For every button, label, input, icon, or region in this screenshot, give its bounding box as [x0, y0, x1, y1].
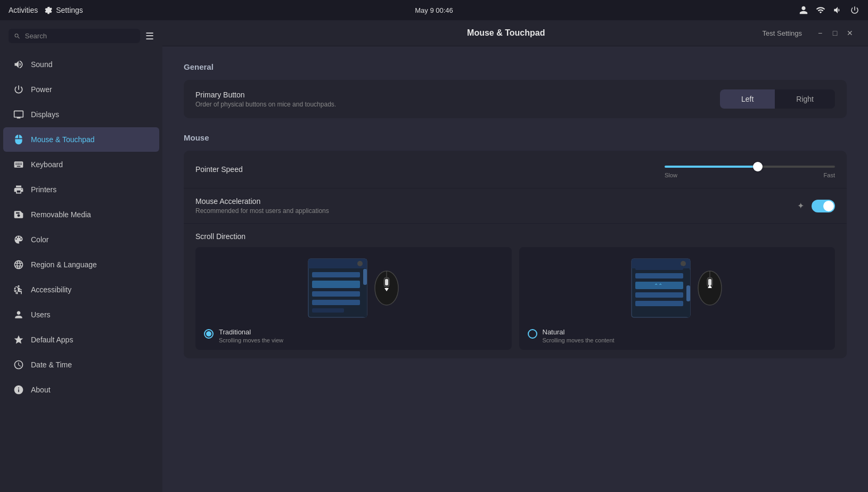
- scroll-direction-label: Scroll Direction: [195, 232, 835, 241]
- users-icon: [13, 309, 24, 321]
- displays-icon: [13, 109, 24, 120]
- search-icon: [14, 32, 21, 40]
- close-button[interactable]: ✕: [845, 28, 855, 38]
- sidebar-item-color[interactable]: Color: [3, 227, 159, 252]
- sidebar-header: ☰: [0, 20, 162, 50]
- natural-option[interactable]: ⌃⌃: [519, 247, 836, 350]
- sidebar-item-users[interactable]: Users: [3, 302, 159, 327]
- svg-rect-14: [385, 279, 388, 285]
- sidebar-item-label-sound: Sound: [31, 60, 52, 69]
- sidebar-item-label-about: About: [31, 386, 51, 394]
- sidebar-item-label-users: Users: [31, 310, 51, 319]
- sidebar-item-power[interactable]: Power: [3, 77, 159, 102]
- sidebar-item-date-time[interactable]: Date & Time: [3, 352, 159, 377]
- natural-label: Natural: [543, 328, 615, 336]
- sidebar-item-default-apps[interactable]: Default Apps: [3, 327, 159, 352]
- sidebar-item-sound[interactable]: Sound: [3, 52, 159, 77]
- sidebar-item-printers[interactable]: Printers: [3, 177, 159, 202]
- window-controls: − □ ✕: [815, 28, 855, 38]
- content-area: Mouse & Touchpad Test Settings − □ ✕ Gen…: [162, 20, 868, 492]
- minimize-button[interactable]: −: [815, 28, 825, 38]
- search-container[interactable]: [9, 29, 140, 43]
- svg-rect-6: [312, 281, 360, 288]
- about-icon: [13, 384, 24, 396]
- datetime-icon: [13, 359, 24, 371]
- svg-rect-23: [635, 292, 683, 298]
- topbar: Activities Settings May 9 00:46: [0, 0, 868, 20]
- sidebar-item-label-region: Region & Language: [31, 260, 97, 269]
- mouse-acceleration-toggle[interactable]: [812, 200, 835, 212]
- topbar-right: [799, 5, 859, 15]
- traditional-radio[interactable]: [204, 329, 214, 339]
- sidebar-nav: Sound Power Displays Mouse & Touchpad: [0, 50, 162, 492]
- scroll-options: Traditional Scrolling moves the view: [195, 247, 835, 350]
- mouse-accel-label: Mouse Acceleration: [195, 197, 797, 206]
- pointer-speed-slider[interactable]: [665, 166, 835, 168]
- mouse-accel-sublabel: Recommended for most users and applicati…: [195, 207, 797, 215]
- sidebar-item-displays[interactable]: Displays: [3, 102, 159, 127]
- natural-radio[interactable]: [528, 329, 537, 339]
- main-layout: ☰ Sound Power Displays: [0, 20, 868, 492]
- svg-point-19: [681, 261, 686, 266]
- gear-icon: [44, 6, 53, 14]
- sidebar-item-accessibility[interactable]: Accessibility: [3, 277, 159, 302]
- sidebar-item-about[interactable]: About: [3, 378, 159, 402]
- primary-button-label: Primary Button: [195, 91, 336, 99]
- traditional-illustration: [202, 253, 505, 323]
- mouse-accel-info: Mouse Acceleration Recommended for most …: [195, 197, 797, 215]
- mouse-acceleration-row: Mouse Acceleration Recommended for most …: [184, 188, 847, 224]
- content-titlebar: Mouse & Touchpad Test Settings − □ ✕: [162, 20, 868, 46]
- sidebar-item-label-default-apps: Default Apps: [31, 335, 73, 344]
- natural-label-group: Natural Scrolling moves the content: [543, 328, 615, 343]
- svg-rect-20: [635, 266, 683, 270]
- svg-rect-30: [708, 279, 711, 285]
- natural-sublabel: Scrolling moves the content: [543, 337, 615, 343]
- sidebar-item-label-color: Color: [31, 235, 48, 244]
- mouse-section-title: Mouse: [184, 133, 847, 142]
- removable-media-icon: [13, 209, 24, 220]
- settings-app-label: Settings: [44, 6, 83, 14]
- search-input[interactable]: [25, 32, 135, 40]
- hamburger-icon[interactable]: ☰: [145, 30, 154, 42]
- page-title: Mouse & Touchpad: [250, 28, 763, 38]
- volume-icon: [833, 5, 842, 15]
- topbar-left: Activities Settings: [9, 6, 83, 14]
- maximize-button[interactable]: □: [830, 28, 840, 38]
- traditional-option[interactable]: Traditional Scrolling moves the view: [195, 247, 512, 350]
- primary-button-group: Left Right: [720, 89, 835, 109]
- sidebar-item-region-language[interactable]: Region & Language: [3, 252, 159, 277]
- accessibility-icon: [13, 284, 24, 296]
- sidebar-item-label-keyboard: Keyboard: [31, 160, 63, 169]
- svg-rect-25: [635, 301, 683, 306]
- sidebar-item-mouse-touchpad[interactable]: Mouse & Touchpad: [3, 127, 159, 152]
- power-sidebar-icon: [13, 84, 24, 95]
- svg-rect-7: [312, 291, 360, 297]
- default-apps-icon: [13, 334, 24, 346]
- svg-rect-21: [635, 273, 683, 278]
- svg-rect-27: [686, 285, 690, 301]
- settings-body: General Primary Button Order of physical…: [162, 46, 868, 492]
- right-button[interactable]: Right: [775, 89, 835, 109]
- activities-button[interactable]: Activities: [9, 6, 38, 14]
- primary-button-row: Primary Button Order of physical buttons…: [184, 80, 847, 118]
- topbar-datetime: May 9 00:46: [415, 6, 453, 14]
- keyboard-icon: [13, 159, 24, 170]
- svg-rect-5: [312, 272, 360, 277]
- sidebar: ☰ Sound Power Displays: [0, 20, 162, 492]
- sidebar-item-label-power: Power: [31, 85, 52, 94]
- printers-icon: [13, 184, 24, 195]
- test-settings-button[interactable]: Test Settings: [763, 29, 802, 37]
- traditional-radio-row: Traditional Scrolling moves the view: [202, 328, 505, 343]
- natural-svg: ⌃⌃: [624, 256, 730, 320]
- traditional-label: Traditional: [219, 328, 283, 336]
- mouse-accel-controls: ✦: [797, 200, 835, 212]
- sidebar-item-keyboard[interactable]: Keyboard: [3, 152, 159, 177]
- power-icon: [850, 5, 859, 15]
- mouse-card: Pointer Speed Slow Fast Mouse Accelerati…: [184, 151, 847, 358]
- sidebar-item-removable-media[interactable]: Removable Media: [3, 202, 159, 227]
- general-section-title: General: [184, 62, 847, 71]
- natural-illustration: ⌃⌃: [526, 253, 829, 323]
- left-button[interactable]: Left: [720, 89, 775, 109]
- sidebar-item-label-datetime: Date & Time: [31, 360, 72, 369]
- svg-rect-9: [312, 308, 344, 313]
